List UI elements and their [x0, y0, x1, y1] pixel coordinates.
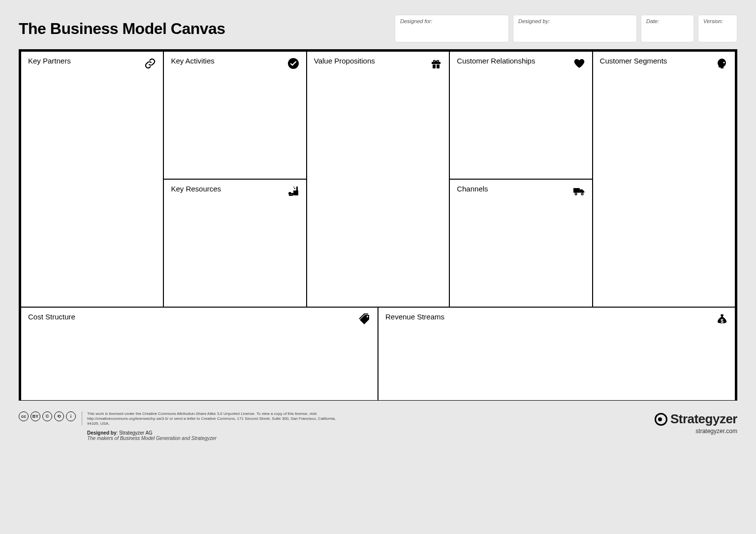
cell-revenue-streams[interactable]: Revenue Streams $ [378, 307, 735, 401]
cell-key-partners[interactable]: Key Partners [21, 51, 163, 307]
cc-by-icon: BY [31, 411, 40, 421]
heart-icon [572, 57, 586, 70]
credits-makers: The makers of Business Model Generation … [87, 436, 343, 441]
meta-designed-by-label: Designed by: [518, 18, 550, 24]
cc-info-icon: i [66, 411, 76, 421]
license-text: This work is licensed under the Creative… [87, 411, 343, 426]
footer-divider [82, 411, 82, 425]
cell-title-value-propositions: Value Propositions [314, 57, 375, 65]
svg-text:$: $ [721, 318, 724, 324]
link-icon [143, 57, 157, 70]
svg-rect-2 [296, 187, 298, 190]
svg-rect-1 [293, 190, 298, 195]
meta-date-label: Date: [646, 18, 659, 24]
svg-rect-10 [573, 188, 580, 192]
cell-channels[interactable]: Channels [449, 179, 592, 307]
strategyzer-url: strategyzer.com [655, 428, 737, 435]
cell-key-activities[interactable]: Key Activities [163, 51, 306, 179]
credits-designed-by: Designed by: Strategyzer AG [87, 430, 343, 436]
cc-sa-icon: ⟲ [54, 411, 64, 421]
strategyzer-wordmark: Strategyzer [670, 411, 737, 427]
svg-rect-8 [433, 64, 436, 68]
cell-customer-segments[interactable]: Customer Segments [593, 51, 735, 307]
strategyzer-logo-mark-icon [655, 413, 667, 426]
page-title: The Business Model Canvas [19, 15, 265, 42]
cell-title-customer-relationships: Customer Relationships [457, 57, 535, 65]
cell-cost-structure[interactable]: Cost Structure [21, 307, 378, 401]
cell-title-key-partners: Key Partners [28, 57, 71, 65]
cc-nc-icon: © [42, 411, 52, 421]
cell-title-channels: Channels [457, 185, 488, 193]
svg-point-3 [288, 192, 291, 195]
cell-title-revenue-streams: Revenue Streams [385, 313, 444, 321]
check-circle-icon [286, 57, 300, 70]
meta-designed-for-label: Designed for: [400, 18, 432, 24]
person-head-icon [715, 57, 729, 70]
meta-date[interactable]: Date: [641, 15, 694, 42]
meta-designed-by[interactable]: Designed by: [513, 15, 637, 42]
header: The Business Model Canvas Designed for: … [19, 15, 737, 42]
svg-point-6 [293, 187, 294, 188]
svg-rect-9 [437, 64, 440, 68]
svg-point-12 [575, 193, 576, 194]
footer: cc BY © ⟲ i This work is licensed under … [19, 411, 737, 441]
cell-title-key-activities: Key Activities [171, 57, 214, 65]
svg-point-5 [294, 188, 295, 189]
bmc-canvas: Key Partners Key Activities Key Resourc [19, 49, 737, 401]
cell-title-cost-structure: Cost Structure [28, 313, 75, 321]
svg-point-4 [291, 193, 293, 195]
svg-point-16 [367, 316, 368, 317]
strategyzer-logo: Strategyzer [655, 411, 737, 427]
meta-version[interactable]: Version: [698, 15, 737, 42]
cell-value-propositions[interactable]: Value Propositions [307, 51, 449, 307]
cc-badge-icon: cc [19, 411, 29, 421]
meta-designed-for[interactable]: Designed for: [395, 15, 509, 42]
cell-customer-relationships[interactable]: Customer Relationships [449, 51, 592, 179]
svg-point-14 [582, 193, 583, 194]
cell-title-key-resources: Key Resources [171, 185, 221, 193]
cc-badges: cc BY © ⟲ i [19, 411, 76, 421]
price-tag-icon [358, 313, 372, 326]
svg-point-15 [723, 62, 724, 63]
money-bag-icon: $ [715, 313, 729, 326]
meta-version-label: Version: [703, 18, 723, 24]
factory-icon [286, 185, 300, 198]
cell-title-customer-segments: Customer Segments [600, 57, 667, 65]
gift-icon [429, 57, 443, 70]
truck-icon [572, 185, 586, 198]
cell-key-resources[interactable]: Key Resources [163, 179, 306, 307]
